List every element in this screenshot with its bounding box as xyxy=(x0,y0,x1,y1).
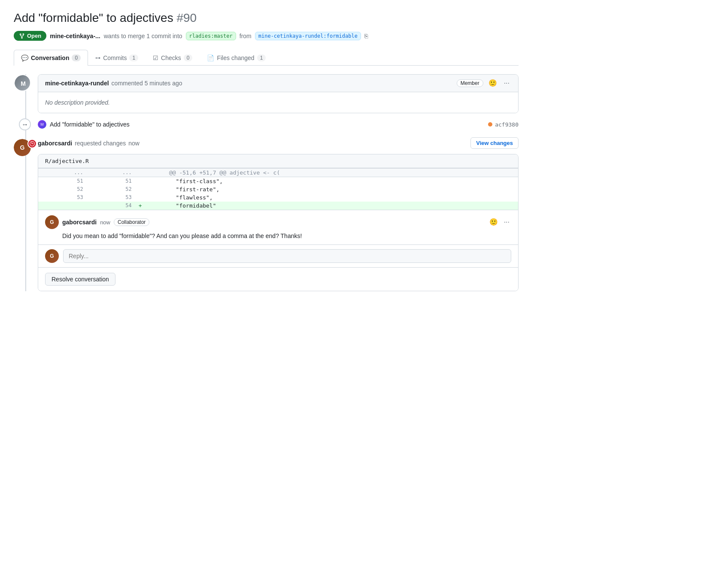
diff-new-53: 53 xyxy=(87,193,135,202)
resolve-conversation-button[interactable]: Resolve conversation xyxy=(45,273,115,286)
first-comment-box: mine-cetinkaya-rundel commented 5 minute… xyxy=(38,74,519,113)
first-comment-body: No description provided. xyxy=(38,92,518,113)
reply-input[interactable] xyxy=(63,249,511,263)
view-changes-button[interactable]: View changes xyxy=(470,137,519,149)
commit-left: M Add "formidable" to adjectives xyxy=(38,120,130,129)
commit-hash[interactable]: acf9380 xyxy=(495,121,519,128)
first-comment-author[interactable]: mine-cetinkaya-rundel xyxy=(45,80,109,87)
resolve-section: Resolve conversation xyxy=(38,267,518,291)
commit-status-dot xyxy=(488,122,492,127)
diff-hunk-content: @@ -51,6 +51,7 @@ adjective <- c( xyxy=(166,169,518,177)
diff-content-53: "flawless", xyxy=(166,193,518,202)
first-comment-time: commented 5 minutes ago xyxy=(112,80,182,87)
files-changed-tab-icon: 📄 xyxy=(207,54,214,61)
commit-item: ⊶ M Add "formidable" to adjectives acf93… xyxy=(38,120,519,129)
conversation-tab-icon: 💬 xyxy=(21,54,28,61)
inline-comment-body: Did you mean to add "formidable"? And ca… xyxy=(45,232,511,239)
diff-old-52: 52 xyxy=(38,185,87,193)
mine-avatar-placeholder: M xyxy=(15,75,31,91)
first-comment-text: No description provided. xyxy=(45,99,110,106)
commit-right: acf9380 xyxy=(488,121,519,128)
diff-new-51: 51 xyxy=(87,177,135,186)
commit-avatar: M xyxy=(38,120,46,129)
diff-hunk-header: ... ... @@ -51,6 +51,7 @@ adjective <- c… xyxy=(38,169,518,177)
target-branch[interactable]: rladies:master xyxy=(186,32,236,40)
diff-content-54: "formidabel" xyxy=(166,202,518,210)
inline-emoji-button[interactable]: 🙂 xyxy=(488,218,500,226)
more-options-button[interactable]: ··· xyxy=(502,79,511,87)
pr-title: Add "formidable" to adjectives #90 xyxy=(14,10,519,26)
tab-commits[interactable]: ⊶ Commits 1 xyxy=(88,50,146,66)
diff-line-52: 52 52 "first-rate", xyxy=(38,185,518,193)
inline-comment: G gaborcsardi now Collaborator 🙂 ··· Did… xyxy=(38,210,518,244)
member-badge: Member xyxy=(457,79,483,87)
review-time: now xyxy=(128,140,140,147)
inline-comment-header: G gaborcsardi now Collaborator 🙂 ··· xyxy=(45,215,511,229)
checks-tab-icon: ☑ xyxy=(153,54,158,61)
inline-more-button[interactable]: ··· xyxy=(502,218,511,226)
pr-action: wants to merge 1 commit into xyxy=(104,33,182,39)
pr-meta: Open mine-cetinkaya-... wants to merge 1… xyxy=(14,31,519,41)
first-comment-avatar: M xyxy=(14,74,31,91)
diff-old-54 xyxy=(38,202,87,210)
diff-old-53: 53 xyxy=(38,193,87,202)
commits-tab-count: 1 xyxy=(129,54,138,61)
inline-comment-actions: 🙂 ··· xyxy=(488,218,511,226)
source-branch[interactable]: mine-cetinkaya-rundel:formidable xyxy=(255,32,361,40)
commits-tab-icon: ⊶ xyxy=(95,55,100,61)
diff-filename: R/adjective.R xyxy=(38,154,518,168)
diff-block: R/adjective.R ... ... @@ -51,6 +51,7 @@ … xyxy=(38,154,519,291)
tab-conversation[interactable]: 💬 Conversation 0 xyxy=(14,50,88,66)
diff-line-53: 53 53 "flawless", xyxy=(38,193,518,202)
tab-files-changed[interactable]: 📄 Files changed 1 xyxy=(200,50,273,66)
review-header: gaborcsardi requested changes now View c… xyxy=(38,137,519,149)
diff-prefix-54: + xyxy=(135,202,166,210)
diff-line-51: 51 51 "first-class", xyxy=(38,177,518,186)
timeline: M mine-cetinkaya-rundel commented 5 minu… xyxy=(14,74,519,291)
diff-hunk-prefix xyxy=(135,169,166,177)
diff-content-52: "first-rate", xyxy=(166,185,518,193)
diff-old-51: 51 xyxy=(38,177,87,186)
checks-tab-label: Checks xyxy=(161,54,181,61)
comment-header-left: mine-cetinkaya-rundel commented 5 minute… xyxy=(45,80,182,87)
inline-commenter-avatar: G xyxy=(45,215,59,229)
diff-hunk-old-num: ... xyxy=(38,169,87,177)
collaborator-badge: Collaborator xyxy=(114,218,149,226)
emoji-button[interactable]: 🙂 xyxy=(487,79,499,87)
reply-box: G xyxy=(38,244,518,267)
diff-new-54: 54 xyxy=(87,202,135,210)
pr-author[interactable]: mine-cetinkaya-... xyxy=(50,33,100,39)
commit-node-icon: ⊶ xyxy=(19,118,31,130)
status-label: Open xyxy=(27,33,41,39)
diff-content-51: "first-class", xyxy=(166,177,518,186)
review-header-left: gaborcsardi requested changes now xyxy=(38,140,140,147)
review-author[interactable]: gaborcsardi xyxy=(38,140,72,147)
pr-from: from xyxy=(240,33,252,39)
files-changed-tab-label: Files changed xyxy=(217,54,254,61)
diff-prefix-53 xyxy=(135,193,166,202)
inline-comment-author[interactable]: gaborcsardi xyxy=(62,219,97,226)
review-changes-badge xyxy=(27,139,37,148)
reply-avatar: G xyxy=(45,249,59,263)
diff-prefix-51 xyxy=(135,177,166,186)
inline-comment-left: G gaborcsardi now Collaborator xyxy=(45,215,149,229)
commit-message[interactable]: Add "formidable" to adjectives xyxy=(50,121,130,128)
comment-header-right: Member 🙂 ··· xyxy=(457,79,511,87)
pr-number: #90 xyxy=(176,11,197,24)
inline-comment-time: now xyxy=(100,219,110,226)
files-changed-tab-count: 1 xyxy=(257,54,266,61)
copy-icon[interactable]: ⎘ xyxy=(364,33,368,39)
checks-tab-count: 0 xyxy=(184,54,193,61)
commits-tab-label: Commits xyxy=(103,54,127,61)
pr-title-text: Add "formidable" to adjectives xyxy=(14,11,173,24)
open-badge: Open xyxy=(14,31,46,41)
diff-line-54-add: 54 + "formidabel" xyxy=(38,202,518,210)
first-comment-wrapper: M mine-cetinkaya-rundel commented 5 minu… xyxy=(38,74,519,113)
first-comment-header: mine-cetinkaya-rundel commented 5 minute… xyxy=(38,75,518,92)
review-action-text: requested changes xyxy=(75,140,126,147)
tab-checks[interactable]: ☑ Checks 0 xyxy=(146,50,200,66)
diff-hunk-new-num: ... xyxy=(87,169,135,177)
tabs-bar: 💬 Conversation 0 ⊶ Commits 1 ☑ Checks 0 … xyxy=(14,49,519,66)
review-wrapper: G gaborcsardi requested changes now View… xyxy=(38,137,519,291)
diff-table: ... ... @@ -51,6 +51,7 @@ adjective <- c… xyxy=(38,168,518,210)
